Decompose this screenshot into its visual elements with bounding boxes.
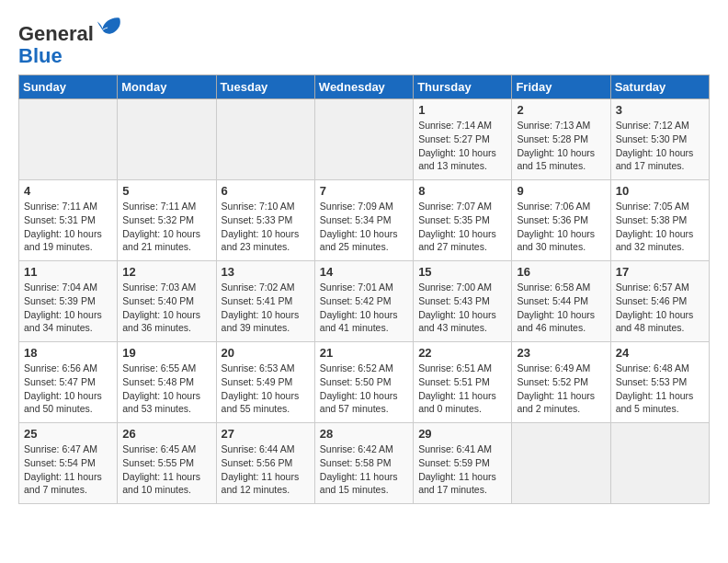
day-number: 28 — [320, 427, 408, 441]
day-number: 27 — [222, 427, 310, 441]
day-info: Sunrise: 7:10 AM Sunset: 5:33 PM Dayligh… — [222, 200, 310, 254]
day-number: 14 — [320, 265, 408, 279]
calendar-cell: 16Sunrise: 6:58 AM Sunset: 5:44 PM Dayli… — [512, 261, 610, 342]
calendar-cell: 10Sunrise: 7:05 AM Sunset: 5:38 PM Dayli… — [610, 180, 709, 261]
day-number: 22 — [418, 346, 506, 360]
logo-bird-icon — [96, 15, 121, 40]
day-header-friday: Friday — [512, 75, 610, 99]
logo-blue-text: Blue — [18, 44, 63, 67]
calendar-cell: 19Sunrise: 6:55 AM Sunset: 5:48 PM Dayli… — [118, 342, 216, 423]
day-info: Sunrise: 7:11 AM Sunset: 5:31 PM Dayligh… — [24, 200, 112, 254]
week-row-5: 25Sunrise: 6:47 AM Sunset: 5:54 PM Dayli… — [19, 423, 710, 504]
day-info: Sunrise: 6:42 AM Sunset: 5:58 PM Dayligh… — [320, 442, 408, 497]
day-info: Sunrise: 7:07 AM Sunset: 5:35 PM Dayligh… — [418, 200, 506, 254]
day-number: 26 — [122, 427, 210, 441]
calendar-cell: 25Sunrise: 6:47 AM Sunset: 5:54 PM Dayli… — [19, 423, 118, 504]
day-info: Sunrise: 7:00 AM Sunset: 5:43 PM Dayligh… — [418, 281, 506, 335]
day-info: Sunrise: 7:02 AM Sunset: 5:41 PM Dayligh… — [222, 281, 310, 335]
day-info: Sunrise: 7:13 AM Sunset: 5:28 PM Dayligh… — [517, 119, 605, 173]
calendar-cell: 1Sunrise: 7:14 AM Sunset: 5:27 PM Daylig… — [414, 99, 512, 180]
calendar-cell: 14Sunrise: 7:01 AM Sunset: 5:42 PM Dayli… — [314, 261, 413, 342]
calendar-cell — [216, 99, 314, 180]
week-row-4: 18Sunrise: 6:56 AM Sunset: 5:47 PM Dayli… — [19, 342, 710, 423]
calendar-cell — [314, 99, 413, 180]
day-number: 17 — [616, 265, 704, 279]
day-info: Sunrise: 6:41 AM Sunset: 5:59 PM Dayligh… — [418, 442, 506, 497]
day-info: Sunrise: 7:12 AM Sunset: 5:30 PM Dayligh… — [616, 119, 704, 173]
day-number: 4 — [24, 184, 112, 198]
calendar-cell: 11Sunrise: 7:04 AM Sunset: 5:39 PM Dayli… — [19, 261, 118, 342]
day-number: 18 — [24, 346, 112, 360]
day-number: 23 — [517, 346, 605, 360]
calendar-cell: 23Sunrise: 6:49 AM Sunset: 5:52 PM Dayli… — [512, 342, 610, 423]
calendar-cell: 4Sunrise: 7:11 AM Sunset: 5:31 PM Daylig… — [19, 180, 118, 261]
day-header-sunday: Sunday — [19, 75, 118, 99]
day-number: 3 — [616, 103, 704, 117]
day-info: Sunrise: 7:09 AM Sunset: 5:34 PM Dayligh… — [320, 200, 408, 254]
calendar-cell: 26Sunrise: 6:45 AM Sunset: 5:55 PM Dayli… — [118, 423, 216, 504]
calendar-cell: 18Sunrise: 6:56 AM Sunset: 5:47 PM Dayli… — [19, 342, 118, 423]
day-number: 6 — [222, 184, 310, 198]
calendar-cell — [118, 99, 216, 180]
day-number: 16 — [517, 265, 605, 279]
day-info: Sunrise: 7:04 AM Sunset: 5:39 PM Dayligh… — [24, 281, 112, 335]
day-number: 8 — [418, 184, 506, 198]
calendar-cell: 12Sunrise: 7:03 AM Sunset: 5:40 PM Dayli… — [118, 261, 216, 342]
day-header-tuesday: Tuesday — [216, 75, 314, 99]
calendar-cell: 15Sunrise: 7:00 AM Sunset: 5:43 PM Dayli… — [414, 261, 512, 342]
day-number: 1 — [418, 103, 506, 117]
calendar-cell — [610, 423, 709, 504]
week-row-3: 11Sunrise: 7:04 AM Sunset: 5:39 PM Dayli… — [19, 261, 710, 342]
calendar-cell: 8Sunrise: 7:07 AM Sunset: 5:35 PM Daylig… — [414, 180, 512, 261]
calendar-cell: 24Sunrise: 6:48 AM Sunset: 5:53 PM Dayli… — [610, 342, 709, 423]
day-header-saturday: Saturday — [610, 75, 709, 99]
day-number: 19 — [122, 346, 210, 360]
day-info: Sunrise: 6:52 AM Sunset: 5:50 PM Dayligh… — [320, 362, 408, 416]
calendar-cell: 13Sunrise: 7:02 AM Sunset: 5:41 PM Dayli… — [216, 261, 314, 342]
day-info: Sunrise: 6:56 AM Sunset: 5:47 PM Dayligh… — [24, 362, 112, 416]
day-number: 10 — [616, 184, 704, 198]
calendar-cell: 21Sunrise: 6:52 AM Sunset: 5:50 PM Dayli… — [314, 342, 413, 423]
calendar-cell: 28Sunrise: 6:42 AM Sunset: 5:58 PM Dayli… — [314, 423, 413, 504]
week-row-1: 1Sunrise: 7:14 AM Sunset: 5:27 PM Daylig… — [19, 99, 710, 180]
day-header-monday: Monday — [118, 75, 216, 99]
day-number: 24 — [616, 346, 704, 360]
calendar-cell: 6Sunrise: 7:10 AM Sunset: 5:33 PM Daylig… — [216, 180, 314, 261]
logo-general-text: General — [18, 22, 94, 45]
day-info: Sunrise: 7:06 AM Sunset: 5:36 PM Dayligh… — [517, 200, 605, 254]
day-info: Sunrise: 6:45 AM Sunset: 5:55 PM Dayligh… — [122, 442, 210, 497]
day-number: 5 — [122, 184, 210, 198]
day-info: Sunrise: 6:55 AM Sunset: 5:48 PM Dayligh… — [122, 362, 210, 416]
day-info: Sunrise: 6:49 AM Sunset: 5:52 PM Dayligh… — [517, 362, 605, 416]
calendar-cell: 2Sunrise: 7:13 AM Sunset: 5:28 PM Daylig… — [512, 99, 610, 180]
calendar-table: SundayMondayTuesdayWednesdayThursdayFrid… — [18, 75, 710, 504]
calendar-cell: 22Sunrise: 6:51 AM Sunset: 5:51 PM Dayli… — [414, 342, 512, 423]
calendar-cell: 9Sunrise: 7:06 AM Sunset: 5:36 PM Daylig… — [512, 180, 610, 261]
calendar-cell: 20Sunrise: 6:53 AM Sunset: 5:49 PM Dayli… — [216, 342, 314, 423]
day-info: Sunrise: 7:11 AM Sunset: 5:32 PM Dayligh… — [122, 200, 210, 254]
day-number: 15 — [418, 265, 506, 279]
calendar-cell — [512, 423, 610, 504]
day-info: Sunrise: 7:01 AM Sunset: 5:42 PM Dayligh… — [320, 281, 408, 335]
day-number: 25 — [24, 427, 112, 441]
day-number: 11 — [24, 265, 112, 279]
calendar-header: General Blue — [18, 15, 710, 67]
calendar-cell: 7Sunrise: 7:09 AM Sunset: 5:34 PM Daylig… — [314, 180, 413, 261]
day-info: Sunrise: 7:05 AM Sunset: 5:38 PM Dayligh… — [616, 200, 704, 254]
day-number: 7 — [320, 184, 408, 198]
day-number: 2 — [517, 103, 605, 117]
day-number: 29 — [418, 427, 506, 441]
day-number: 20 — [222, 346, 310, 360]
days-of-week-row: SundayMondayTuesdayWednesdayThursdayFrid… — [19, 75, 710, 99]
day-info: Sunrise: 6:57 AM Sunset: 5:46 PM Dayligh… — [616, 281, 704, 335]
day-info: Sunrise: 6:44 AM Sunset: 5:56 PM Dayligh… — [222, 442, 310, 497]
logo: General Blue — [18, 15, 121, 67]
calendar-cell: 17Sunrise: 6:57 AM Sunset: 5:46 PM Dayli… — [610, 261, 709, 342]
day-header-wednesday: Wednesday — [314, 75, 413, 99]
day-info: Sunrise: 7:14 AM Sunset: 5:27 PM Dayligh… — [418, 119, 506, 173]
day-header-thursday: Thursday — [414, 75, 512, 99]
day-number: 9 — [517, 184, 605, 198]
day-number: 12 — [122, 265, 210, 279]
day-info: Sunrise: 6:47 AM Sunset: 5:54 PM Dayligh… — [24, 442, 112, 497]
calendar-cell: 29Sunrise: 6:41 AM Sunset: 5:59 PM Dayli… — [414, 423, 512, 504]
